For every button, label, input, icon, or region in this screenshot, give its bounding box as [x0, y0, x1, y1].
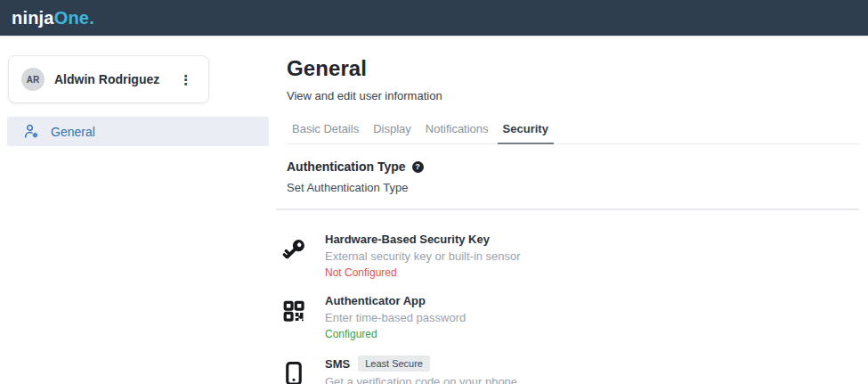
auth-method-sms[interactable]: SMS Least Secure Get a verification code… [279, 355, 859, 384]
logo-dot: . [89, 8, 94, 28]
user-name: Aldwin Rodriguez [54, 72, 159, 86]
logo-text-ninja: ninja [12, 8, 54, 28]
method-description: Get a verification code on your phone [325, 375, 517, 384]
section-heading: Authentication Type [287, 159, 406, 174]
method-title: Hardware-Based Security Key [325, 233, 521, 246]
divider [276, 208, 859, 210]
method-title-text: SMS [325, 357, 350, 371]
method-title: SMS Least Secure [325, 355, 517, 372]
logo-text-one: One [54, 8, 90, 28]
page-layout: AR Aldwin Rodriguez ⋮ [0, 36, 868, 384]
key-icon [279, 233, 309, 279]
smartphone-icon [279, 355, 309, 384]
auth-method-authenticator-app[interactable]: Authenticator App Enter time-based passw… [279, 294, 859, 340]
user-gear-icon [23, 123, 40, 140]
qr-code-icon [279, 294, 309, 340]
page-title: General [287, 56, 859, 81]
method-title: Authenticator App [325, 294, 466, 307]
method-status: Configured [325, 328, 466, 340]
ninjaone-logo[interactable]: ninjaOne. [12, 8, 94, 29]
avatar: AR [21, 68, 45, 91]
sidebar-item-general[interactable]: General [7, 117, 269, 146]
tab-security[interactable]: Security [498, 116, 554, 144]
method-description: Enter time-based password [325, 311, 466, 324]
method-description: External security key or built-in sensor [325, 249, 521, 263]
method-body: Hardware-Based Security Key External sec… [325, 233, 521, 279]
help-icon[interactable]: ? [412, 161, 424, 173]
auth-method-hardware-key[interactable]: Hardware-Based Security Key External sec… [279, 233, 859, 279]
method-body: Authenticator App Enter time-based passw… [325, 294, 466, 340]
method-body: SMS Least Secure Get a verification code… [325, 355, 517, 384]
authentication-type-section: Authentication Type ? Set Authentication… [287, 159, 859, 384]
tab-display[interactable]: Display [368, 116, 417, 143]
sidebar: AR Aldwin Rodriguez ⋮ [0, 36, 276, 146]
sidebar-nav: General [7, 117, 269, 146]
main-content: General View and edit user information B… [276, 36, 868, 384]
page-subtitle: View and edit user information [287, 89, 859, 102]
section-description: Set Authentication Type [287, 181, 859, 194]
tab-basic-details[interactable]: Basic Details [287, 116, 364, 143]
app-header: ninjaOne. [0, 0, 868, 36]
sidebar-item-label: General [51, 125, 95, 139]
kebab-menu-icon[interactable]: ⋮ [175, 71, 196, 88]
user-card: AR Aldwin Rodriguez ⋮ [8, 55, 209, 103]
tabs: Basic Details Display Notifications Secu… [287, 116, 859, 144]
section-header: Authentication Type ? [287, 159, 859, 174]
method-status: Not Configured [325, 266, 521, 279]
least-secure-badge: Least Secure [358, 355, 430, 372]
auth-methods-list: Hardware-Based Security Key External sec… [279, 233, 859, 384]
tab-notifications[interactable]: Notifications [420, 116, 494, 143]
